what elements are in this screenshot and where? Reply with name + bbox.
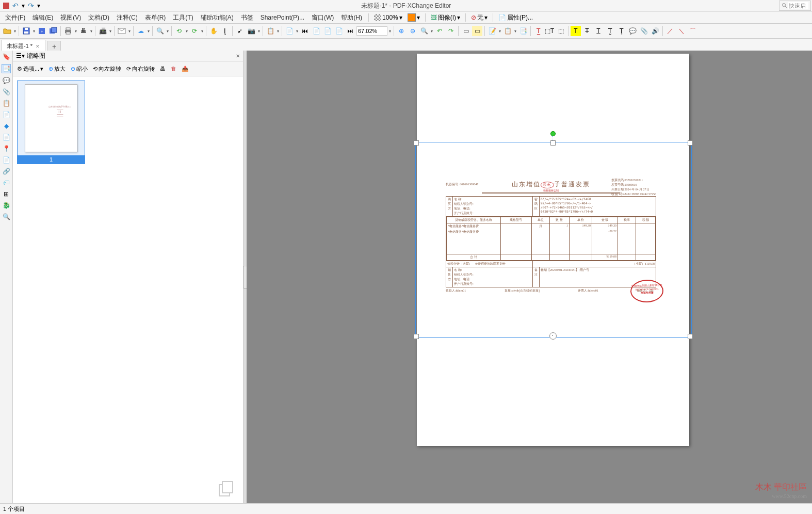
save-as-button[interactable]: + xyxy=(37,26,47,36)
scan-button[interactable]: 📠 xyxy=(98,26,108,36)
select-tool[interactable]: ➹ xyxy=(235,26,245,36)
fit-page[interactable]: ▭ xyxy=(461,26,471,36)
page-nav-1[interactable]: 📄 xyxy=(311,26,321,36)
title-bar: ↶ ▾ ↷ ▾ 未标题-1* - PDF-XChange Editor xyxy=(0,0,812,12)
attach-file[interactable]: 📎 xyxy=(639,26,649,36)
nav-forward[interactable]: ⟳ xyxy=(189,26,200,36)
search-tool[interactable]: 🔍 xyxy=(155,26,165,36)
zoom-marquee[interactable]: 🔍 xyxy=(419,26,429,36)
highlight-tool[interactable]: T xyxy=(571,26,581,36)
swatch-icon xyxy=(408,13,416,22)
callout[interactable]: ⬚ xyxy=(556,26,566,36)
panel-title: 缩略图 xyxy=(27,52,45,53)
menu-window[interactable]: 窗口(W) xyxy=(308,12,337,23)
menu-file[interactable]: 文件(F) xyxy=(2,12,28,23)
save-button[interactable] xyxy=(21,26,31,36)
page-nav-3[interactable]: 📄 xyxy=(334,26,344,36)
quick-launch-search[interactable] xyxy=(779,1,811,11)
menu-help[interactable]: 帮助(H) xyxy=(338,12,365,23)
last-page[interactable]: ⏭ xyxy=(345,26,355,36)
svg-rect-8 xyxy=(52,27,57,33)
page-nav-2[interactable]: 📄 xyxy=(322,26,333,36)
grid-icon xyxy=(374,14,381,21)
svg-rect-3 xyxy=(25,28,28,30)
eraser-tool[interactable]: ＼ xyxy=(676,26,687,36)
window-title: 未标题-1* - PDF-XChange Editor xyxy=(361,2,451,10)
rotate-cw[interactable]: ↷ xyxy=(446,26,456,36)
svg-rect-4 xyxy=(24,31,28,34)
none-icon: ⊘ xyxy=(471,14,476,21)
thumbnails-panel: ☰▾缩略图 ✕ ⚙选项...▾ ⊕放大 ⊖缩小 ⟲向左旋转 ⟳向右旋转 🖶 🗑 … xyxy=(13,51,243,53)
stamp-tool[interactable]: 📑 xyxy=(518,26,528,36)
hand-tool[interactable]: ✋ xyxy=(208,26,219,36)
snapshot-tool[interactable]: 📷 xyxy=(246,26,256,36)
sound-tool[interactable]: 🔊 xyxy=(650,26,660,36)
properties-menu[interactable]: 📄属性(P)... xyxy=(496,12,535,23)
open-button[interactable] xyxy=(2,26,12,36)
svg-rect-11 xyxy=(66,32,70,34)
properties-icon: 📄 xyxy=(498,14,506,21)
menu-document[interactable]: 文档(D) xyxy=(85,12,112,23)
zoom-100-button[interactable]: 100%▾ xyxy=(372,13,404,22)
note-tool[interactable]: 📋 xyxy=(502,26,513,36)
select-text-tool[interactable]: Ḭ xyxy=(220,26,230,36)
zoom-input[interactable] xyxy=(356,26,387,36)
svg-point-0 xyxy=(783,4,786,7)
tool-bar: ▾ ▾ + ▾ 🖶▾ 📠▾ ▾ ☁▾ 🔍▾ ⟲▾ ⟳▾ ✋ Ḭ ➹ 📷▾ 📋▾ … xyxy=(0,24,812,39)
doc-tool-1[interactable]: 📄 xyxy=(284,26,295,36)
print-all-button[interactable]: 🖶 xyxy=(78,26,89,36)
close-tab-button[interactable]: ✕ xyxy=(36,44,40,49)
email-button[interactable] xyxy=(117,26,127,36)
menu-tools[interactable]: 工具(T) xyxy=(170,12,196,23)
app-icon xyxy=(3,3,9,9)
undo-dropdown[interactable]: ▾ xyxy=(22,2,25,9)
menu-view[interactable]: 视图(V) xyxy=(57,12,84,23)
underline-tool[interactable]: T xyxy=(593,26,604,36)
text-box[interactable]: ⬚T xyxy=(544,26,555,36)
text-annot[interactable]: 📝 xyxy=(487,26,497,36)
zoom-in-button[interactable]: ⊕ xyxy=(396,26,407,36)
image-menu[interactable]: 🖼图像(I)▾ xyxy=(429,12,462,23)
menu-bookmarks[interactable]: 书签 xyxy=(238,12,256,23)
menu-sharepoint[interactable]: SharePoint(P)... xyxy=(257,13,307,22)
redo-dropdown[interactable]: ▾ xyxy=(37,2,40,9)
color-swatch[interactable]: ▾ xyxy=(405,12,422,23)
svg-line-1 xyxy=(785,6,787,8)
redo-button[interactable]: ↷ xyxy=(28,2,34,10)
rotate-ccw[interactable]: ↶ xyxy=(434,26,445,36)
image-icon: 🖼 xyxy=(431,14,437,21)
sticky-note[interactable]: 💬 xyxy=(627,26,638,36)
zoom-out-button[interactable]: ⊖ xyxy=(408,26,418,36)
fit-width[interactable]: ▭ xyxy=(472,26,482,36)
panel-menu-icon[interactable]: ☰▾ xyxy=(16,52,25,53)
save-copy-button[interactable] xyxy=(48,26,58,36)
menu-bar: 文件(F) 编辑(E) 视图(V) 文档(D) 注释(C) 表单(R) 工具(T… xyxy=(0,12,812,24)
nav-back[interactable]: ⟲ xyxy=(174,26,184,36)
squiggly-tool[interactable]: T̰ xyxy=(605,26,615,36)
first-page[interactable]: ⏮ xyxy=(300,26,310,36)
undo-button[interactable]: ↶ xyxy=(12,2,19,10)
menu-comment[interactable]: 注释(C) xyxy=(113,12,141,23)
none-menu[interactable]: ⊘无▾ xyxy=(469,12,490,23)
cloud-button[interactable]: ☁ xyxy=(136,26,146,36)
strikeout-tool[interactable]: T xyxy=(582,26,592,36)
svg-text:+: + xyxy=(41,29,43,34)
clipboard-button[interactable]: 📋 xyxy=(265,26,275,36)
quick-launch-input[interactable] xyxy=(788,2,808,9)
print-button[interactable] xyxy=(63,26,73,36)
insert-text-tool[interactable]: T͎ xyxy=(616,26,626,36)
tab-label: 未标题-1 * xyxy=(7,42,33,50)
menu-edit[interactable]: 编辑(E) xyxy=(29,12,56,23)
svg-rect-10 xyxy=(66,28,70,30)
pencil-tool[interactable]: ／ xyxy=(665,26,675,36)
menu-accessibility[interactable]: 辅助功能(A) xyxy=(198,12,237,23)
search-icon xyxy=(782,3,788,9)
side-rail: 🔖 📑 💬 📎 📋 📄 ◆ 📄 📍 📄 🔗 🏷 ⊞ 🐉 🔍 xyxy=(0,51,13,53)
menu-form[interactable]: 表单(R) xyxy=(142,12,169,23)
page-canvas[interactable]: 机器编号: 661616300047 山东增值税电子普通发票 税务服务监制 发票… xyxy=(247,51,812,53)
arc-tool[interactable]: ⌒ xyxy=(688,26,698,36)
edit-text[interactable]: T̲ xyxy=(533,26,543,36)
